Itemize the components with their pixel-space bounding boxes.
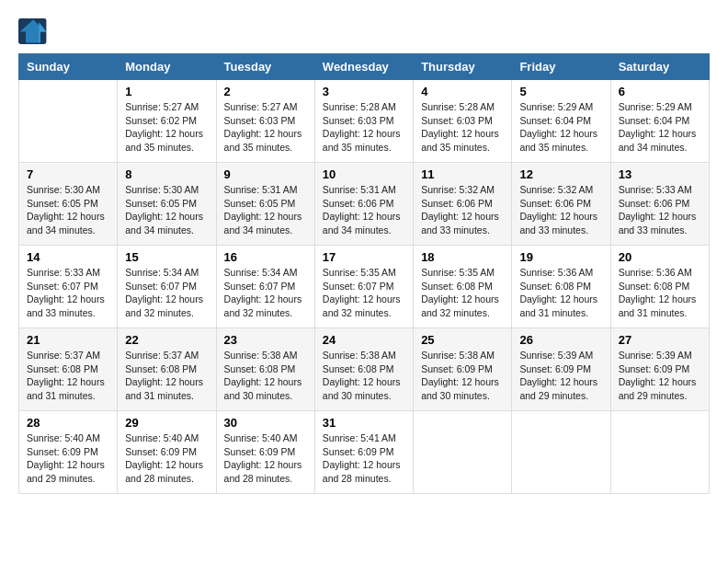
- calendar-cell: [19, 80, 118, 163]
- calendar-cell: 30Sunrise: 5:40 AM Sunset: 6:09 PM Dayli…: [216, 411, 314, 494]
- day-info: Sunrise: 5:35 AM Sunset: 6:07 PM Dayligh…: [323, 266, 405, 320]
- calendar-week-row: 14Sunrise: 5:33 AM Sunset: 6:07 PM Dayli…: [19, 246, 710, 328]
- calendar-week-row: 1Sunrise: 5:27 AM Sunset: 6:02 PM Daylig…: [19, 80, 710, 163]
- day-number: 29: [125, 416, 208, 430]
- day-number: 24: [323, 333, 405, 347]
- day-info: Sunrise: 5:40 AM Sunset: 6:09 PM Dayligh…: [224, 431, 307, 486]
- day-number: 7: [27, 167, 109, 181]
- calendar-cell: 29Sunrise: 5:40 AM Sunset: 6:09 PM Dayli…: [118, 411, 216, 494]
- calendar-cell: 13Sunrise: 5:33 AM Sunset: 6:06 PM Dayli…: [610, 163, 709, 246]
- calendar-cell: 27Sunrise: 5:39 AM Sunset: 6:09 PM Dayli…: [610, 328, 709, 411]
- calendar-body: 1Sunrise: 5:27 AM Sunset: 6:02 PM Daylig…: [19, 80, 710, 494]
- day-info: Sunrise: 5:37 AM Sunset: 6:08 PM Dayligh…: [27, 349, 109, 403]
- day-number: 27: [619, 333, 701, 347]
- day-info: Sunrise: 5:36 AM Sunset: 6:08 PM Dayligh…: [619, 266, 701, 320]
- day-info: Sunrise: 5:32 AM Sunset: 6:06 PM Dayligh…: [421, 183, 504, 237]
- day-number: 31: [323, 416, 405, 430]
- day-info: Sunrise: 5:41 AM Sunset: 6:09 PM Dayligh…: [323, 431, 405, 486]
- day-number: 19: [519, 250, 602, 264]
- day-info: Sunrise: 5:28 AM Sunset: 6:03 PM Dayligh…: [323, 100, 405, 155]
- logo-icon: [18, 18, 48, 44]
- calendar-cell: 15Sunrise: 5:34 AM Sunset: 6:07 PM Dayli…: [118, 246, 216, 328]
- day-number: 4: [421, 85, 504, 98]
- calendar-cell: 12Sunrise: 5:32 AM Sunset: 6:06 PM Dayli…: [512, 163, 610, 246]
- calendar-cell: [512, 411, 610, 494]
- day-info: Sunrise: 5:39 AM Sunset: 6:09 PM Dayligh…: [619, 349, 701, 403]
- day-info: Sunrise: 5:27 AM Sunset: 6:03 PM Dayligh…: [224, 100, 307, 155]
- day-number: 18: [421, 250, 504, 264]
- calendar-cell: 7Sunrise: 5:30 AM Sunset: 6:05 PM Daylig…: [19, 163, 118, 246]
- day-number: 15: [125, 250, 208, 264]
- day-info: Sunrise: 5:34 AM Sunset: 6:07 PM Dayligh…: [224, 266, 307, 320]
- day-number: 1: [125, 85, 208, 98]
- day-info: Sunrise: 5:31 AM Sunset: 6:05 PM Dayligh…: [224, 183, 307, 237]
- calendar-cell: 14Sunrise: 5:33 AM Sunset: 6:07 PM Dayli…: [19, 246, 118, 328]
- calendar-table: SundayMondayTuesdayWednesdayThursdayFrid…: [18, 53, 710, 494]
- calendar-cell: 1Sunrise: 5:27 AM Sunset: 6:02 PM Daylig…: [118, 80, 216, 163]
- day-info: Sunrise: 5:30 AM Sunset: 6:05 PM Dayligh…: [125, 183, 208, 237]
- calendar-cell: 11Sunrise: 5:32 AM Sunset: 6:06 PM Dayli…: [414, 163, 512, 246]
- day-info: Sunrise: 5:40 AM Sunset: 6:09 PM Dayligh…: [125, 431, 208, 486]
- day-number: 22: [125, 333, 208, 347]
- day-number: 23: [224, 333, 307, 347]
- calendar-cell: 5Sunrise: 5:29 AM Sunset: 6:04 PM Daylig…: [512, 80, 610, 163]
- header-cell-wednesday: Wednesday: [314, 54, 413, 80]
- calendar-cell: 26Sunrise: 5:39 AM Sunset: 6:09 PM Dayli…: [512, 328, 610, 411]
- day-info: Sunrise: 5:38 AM Sunset: 6:08 PM Dayligh…: [323, 349, 405, 403]
- calendar-cell: 19Sunrise: 5:36 AM Sunset: 6:08 PM Dayli…: [512, 246, 610, 328]
- calendar-cell: 20Sunrise: 5:36 AM Sunset: 6:08 PM Dayli…: [610, 246, 709, 328]
- day-info: Sunrise: 5:27 AM Sunset: 6:02 PM Dayligh…: [125, 100, 208, 155]
- day-info: Sunrise: 5:30 AM Sunset: 6:05 PM Dayligh…: [27, 183, 109, 237]
- day-number: 2: [224, 85, 307, 98]
- calendar-cell: 18Sunrise: 5:35 AM Sunset: 6:08 PM Dayli…: [414, 246, 512, 328]
- calendar-cell: 23Sunrise: 5:38 AM Sunset: 6:08 PM Dayli…: [216, 328, 314, 411]
- day-number: 14: [27, 250, 109, 264]
- day-number: 10: [323, 167, 405, 181]
- day-number: 21: [27, 333, 109, 347]
- calendar-header-row: SundayMondayTuesdayWednesdayThursdayFrid…: [19, 54, 710, 80]
- header-cell-tuesday: Tuesday: [216, 54, 314, 80]
- calendar-cell: 22Sunrise: 5:37 AM Sunset: 6:08 PM Dayli…: [118, 328, 216, 411]
- calendar-cell: [414, 411, 512, 494]
- day-info: Sunrise: 5:33 AM Sunset: 6:06 PM Dayligh…: [619, 183, 701, 237]
- day-info: Sunrise: 5:34 AM Sunset: 6:07 PM Dayligh…: [125, 266, 208, 320]
- calendar-cell: 25Sunrise: 5:38 AM Sunset: 6:09 PM Dayli…: [414, 328, 512, 411]
- logo: [18, 18, 51, 44]
- day-info: Sunrise: 5:40 AM Sunset: 6:09 PM Dayligh…: [27, 431, 109, 486]
- day-number: 26: [519, 333, 602, 347]
- header-cell-sunday: Sunday: [19, 54, 118, 80]
- day-number: 8: [125, 167, 208, 181]
- day-number: 5: [519, 85, 602, 98]
- header-cell-monday: Monday: [118, 54, 216, 80]
- header-cell-friday: Friday: [512, 54, 610, 80]
- page-header: [18, 18, 710, 44]
- day-info: Sunrise: 5:39 AM Sunset: 6:09 PM Dayligh…: [519, 349, 602, 403]
- day-number: 12: [519, 167, 602, 181]
- day-number: 30: [224, 416, 307, 430]
- day-info: Sunrise: 5:35 AM Sunset: 6:08 PM Dayligh…: [421, 266, 504, 320]
- day-info: Sunrise: 5:28 AM Sunset: 6:03 PM Dayligh…: [421, 100, 504, 155]
- day-info: Sunrise: 5:32 AM Sunset: 6:06 PM Dayligh…: [519, 183, 602, 237]
- calendar-week-row: 7Sunrise: 5:30 AM Sunset: 6:05 PM Daylig…: [19, 163, 710, 246]
- calendar-cell: 3Sunrise: 5:28 AM Sunset: 6:03 PM Daylig…: [314, 80, 413, 163]
- calendar-cell: [610, 411, 709, 494]
- calendar-cell: 28Sunrise: 5:40 AM Sunset: 6:09 PM Dayli…: [19, 411, 118, 494]
- header-cell-thursday: Thursday: [414, 54, 512, 80]
- day-info: Sunrise: 5:38 AM Sunset: 6:08 PM Dayligh…: [224, 349, 307, 403]
- day-number: 16: [224, 250, 307, 264]
- day-number: 11: [421, 167, 504, 181]
- day-info: Sunrise: 5:37 AM Sunset: 6:08 PM Dayligh…: [125, 349, 208, 403]
- calendar-cell: 9Sunrise: 5:31 AM Sunset: 6:05 PM Daylig…: [216, 163, 314, 246]
- day-info: Sunrise: 5:36 AM Sunset: 6:08 PM Dayligh…: [519, 266, 602, 320]
- day-info: Sunrise: 5:29 AM Sunset: 6:04 PM Dayligh…: [619, 100, 701, 155]
- calendar-cell: 17Sunrise: 5:35 AM Sunset: 6:07 PM Dayli…: [314, 246, 413, 328]
- calendar-cell: 31Sunrise: 5:41 AM Sunset: 6:09 PM Dayli…: [314, 411, 413, 494]
- calendar-cell: 6Sunrise: 5:29 AM Sunset: 6:04 PM Daylig…: [610, 80, 709, 163]
- calendar-cell: 21Sunrise: 5:37 AM Sunset: 6:08 PM Dayli…: [19, 328, 118, 411]
- day-info: Sunrise: 5:33 AM Sunset: 6:07 PM Dayligh…: [27, 266, 109, 320]
- day-number: 28: [27, 416, 109, 430]
- calendar-cell: 10Sunrise: 5:31 AM Sunset: 6:06 PM Dayli…: [314, 163, 413, 246]
- day-number: 20: [619, 250, 701, 264]
- calendar-cell: 24Sunrise: 5:38 AM Sunset: 6:08 PM Dayli…: [314, 328, 413, 411]
- calendar-cell: 8Sunrise: 5:30 AM Sunset: 6:05 PM Daylig…: [118, 163, 216, 246]
